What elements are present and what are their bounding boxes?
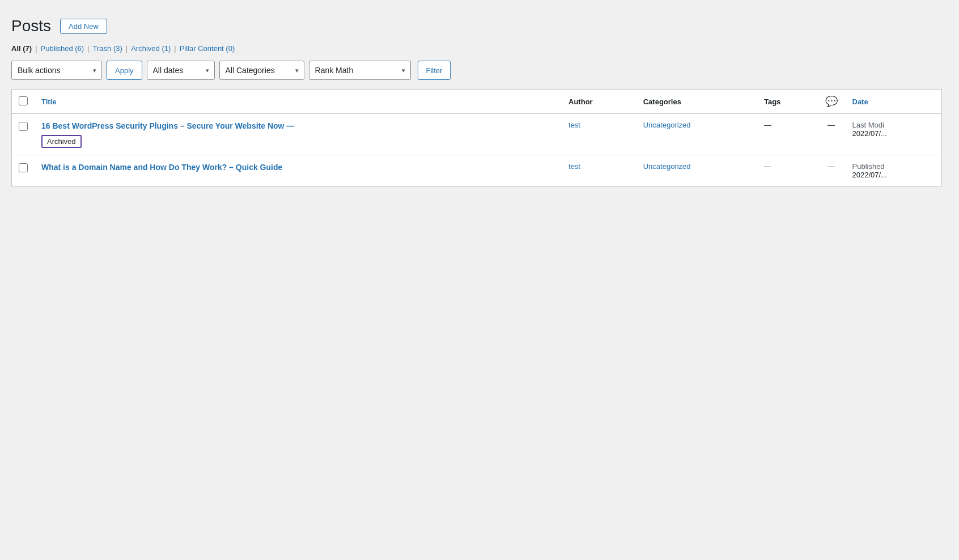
apply-button[interactable]: Apply	[107, 61, 142, 80]
row-comments-cell: —	[817, 155, 846, 186]
post-title-link[interactable]: What is a Domain Name and How Do They Wo…	[41, 163, 282, 172]
status-link-trash[interactable]: Trash (3)	[93, 44, 122, 53]
column-categories: Categories	[636, 90, 757, 114]
add-new-button[interactable]: Add New	[60, 19, 107, 34]
comment-bubble-icon: 💬	[825, 96, 838, 107]
page-title: Posts	[11, 17, 51, 35]
column-author: Author	[562, 90, 636, 114]
column-date[interactable]: Date	[846, 90, 942, 114]
row-comments-cell: —	[817, 114, 846, 155]
table-row: 16 Best WordPress Security Plugins – Sec…	[12, 114, 942, 155]
column-comments: 💬	[817, 90, 846, 114]
status-link-all[interactable]: All (7)	[11, 44, 32, 53]
table-header-row: Title Author Categories Tags 💬 Date	[12, 90, 942, 114]
select-all-checkbox[interactable]	[19, 96, 28, 105]
all-dates-select[interactable]: All dates	[147, 61, 215, 80]
all-categories-wrapper: All Categories ▾	[219, 61, 304, 80]
bulk-actions-wrapper: Bulk actions ▾	[11, 61, 102, 80]
row-date-cell: Last Modi 2022/07/...	[846, 114, 942, 155]
row-categories-cell: Uncategorized	[636, 155, 757, 186]
status-link-pillar[interactable]: Pillar Content (0)	[180, 44, 235, 53]
row-checkbox[interactable]	[19, 122, 28, 131]
row-date-cell: Published 2022/07/...	[846, 155, 942, 186]
page-header: Posts Add New	[11, 17, 942, 35]
author-link[interactable]: test	[568, 162, 580, 171]
toolbar: Bulk actions ▾ Apply All dates ▾ All Cat…	[11, 61, 942, 80]
post-title-link[interactable]: 16 Best WordPress Security Plugins – Sec…	[41, 121, 294, 130]
filter-button[interactable]: Filter	[418, 61, 451, 80]
row-tags-cell: —	[757, 114, 817, 155]
column-title[interactable]: Title	[35, 90, 562, 114]
row-categories-cell: Uncategorized	[636, 114, 757, 155]
row-checkbox-cell	[12, 114, 35, 155]
row-author-cell: test	[562, 155, 636, 186]
table-row: What is a Domain Name and How Do They Wo…	[12, 155, 942, 186]
status-link-archived[interactable]: Archived (1)	[131, 44, 171, 53]
status-link-published[interactable]: Published (6)	[41, 44, 84, 53]
all-categories-select[interactable]: All Categories	[219, 61, 304, 80]
row-checkbox[interactable]	[19, 163, 28, 172]
row-title-cell: What is a Domain Name and How Do They Wo…	[35, 155, 562, 186]
bulk-actions-select[interactable]: Bulk actions	[11, 61, 102, 80]
posts-table: Title Author Categories Tags 💬 Date 16 B…	[11, 89, 942, 186]
row-checkbox-cell	[12, 155, 35, 186]
rank-math-select[interactable]: Rank Math	[309, 61, 411, 80]
status-links: All (7) | Published (6) | Trash (3) | Ar…	[11, 44, 942, 53]
row-author-cell: test	[562, 114, 636, 155]
row-tags-cell: —	[757, 155, 817, 186]
page-wrapper: Posts Add New All (7) | Published (6) | …	[0, 0, 959, 203]
category-link[interactable]: Uncategorized	[643, 121, 691, 129]
all-dates-wrapper: All dates ▾	[147, 61, 215, 80]
author-link[interactable]: test	[568, 121, 580, 129]
category-link[interactable]: Uncategorized	[643, 162, 691, 171]
row-title-cell: 16 Best WordPress Security Plugins – Sec…	[35, 114, 562, 155]
rank-math-wrapper: Rank Math ▾	[309, 61, 411, 80]
archived-badge[interactable]: Archived	[41, 135, 82, 148]
column-tags: Tags	[757, 90, 817, 114]
select-all-checkbox-header	[12, 90, 35, 114]
